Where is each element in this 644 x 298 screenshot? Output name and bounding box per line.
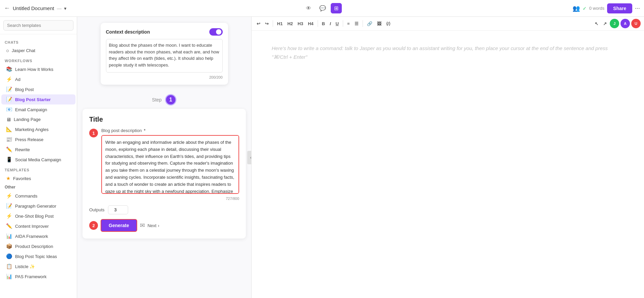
generate-button[interactable]: Generate bbox=[101, 219, 137, 232]
sidebar-item-label: PAS Framework bbox=[15, 274, 71, 279]
outputs-label: Outputs bbox=[89, 207, 105, 212]
top-bar-left: ← Untitled Document — ▾ bbox=[4, 5, 300, 12]
share-button[interactable]: Share bbox=[607, 3, 632, 13]
toolbar-divider-2 bbox=[318, 20, 318, 27]
sidebar-item-marketing-angles[interactable]: 📐 Marketing Angles bbox=[1, 124, 75, 134]
aida-icon: 📊 bbox=[6, 233, 12, 239]
italic-button[interactable]: I bbox=[328, 20, 333, 28]
h3-button[interactable]: H3 bbox=[296, 20, 305, 28]
email-icon[interactable]: ✉ bbox=[140, 222, 145, 229]
arrow-right-button[interactable]: ↗ bbox=[601, 20, 608, 28]
pas-icon: 📊 bbox=[6, 273, 12, 280]
underline-button[interactable]: U bbox=[334, 20, 340, 28]
redo-button[interactable]: ↪ bbox=[263, 20, 270, 28]
undo-button[interactable]: ↩ bbox=[255, 20, 262, 28]
main-form-card: Title 1 Blog post description* 727/800 O… bbox=[83, 109, 246, 239]
sidebar-item-email-campaign[interactable]: 📧 Email Campaign bbox=[1, 104, 75, 115]
sidebar-item-one-shot-blog-post[interactable]: ⚡ One-Shot Blog Post bbox=[1, 211, 75, 221]
sidebar-item-label: Product Description bbox=[15, 244, 71, 249]
sidebar-item-rewrite[interactable]: ✏️ Rewrite bbox=[1, 144, 75, 155]
context-textarea[interactable] bbox=[106, 39, 223, 73]
bold-button[interactable]: B bbox=[320, 20, 327, 28]
next-button[interactable]: Next › bbox=[148, 223, 159, 228]
top-bar-right: 👥 ✓ 0 words Share ··· bbox=[344, 3, 640, 13]
landing-page-icon: 🖥 bbox=[6, 117, 11, 122]
center-panel: Context description 200/200 Step 1 Title… bbox=[77, 17, 252, 298]
view-eye-button[interactable]: 👁 bbox=[303, 3, 315, 13]
sidebar-item-press-release[interactable]: 📰 Press Release bbox=[1, 134, 75, 144]
more-options-button[interactable]: ··· bbox=[635, 5, 640, 12]
sidebar-item-label: AIDA Framework bbox=[15, 234, 71, 239]
sidebar-item-social-media-campaign[interactable]: 📱 Social Media Campaign bbox=[1, 155, 75, 165]
bullet-list-button[interactable]: ☰ bbox=[353, 20, 360, 28]
toolbar-divider-1 bbox=[273, 20, 273, 27]
sidebar-item-content-improver[interactable]: ✏️ Content Improver bbox=[1, 221, 75, 231]
users-icon: 👥 bbox=[573, 5, 580, 12]
words-count: 0 words bbox=[589, 6, 605, 11]
card-title: Title bbox=[89, 116, 239, 123]
context-char-count: 200/200 bbox=[106, 75, 223, 79]
editor-panel: ↩ ↪ H1 H2 H3 H4 B I U ≡ ☰ 🔗 🖼 ⟨/⟩ ↖ ↗ J … bbox=[252, 17, 644, 298]
view-grid-button[interactable]: ⊞ bbox=[331, 3, 342, 13]
sidebar-item-learn-how-it-works[interactable]: 📚 Learn How It Works bbox=[1, 64, 75, 74]
h4-button[interactable]: H4 bbox=[306, 20, 315, 28]
sidebar-item-label: Social Media Campaign bbox=[15, 157, 71, 162]
sidebar-item-landing-page[interactable]: 🖥 Landing Page bbox=[1, 115, 75, 124]
next-label: Next bbox=[148, 223, 157, 228]
sidebar-item-blog-post[interactable]: 📝 Blog Post bbox=[1, 84, 75, 94]
sidebar-item-aida-framework[interactable]: 📊 AIDA Framework bbox=[1, 231, 75, 241]
sidebar-item-label: Rewrite bbox=[15, 147, 71, 152]
sidebar-item-label: Paragraph Generator bbox=[15, 204, 71, 209]
link-button[interactable]: 🔗 bbox=[365, 20, 374, 28]
step-label: Step bbox=[152, 97, 162, 102]
sidebar-item-favorites[interactable]: ★ Favorites bbox=[1, 173, 75, 183]
image-button[interactable]: 🖼 bbox=[375, 20, 383, 28]
field-required-mark: * bbox=[144, 128, 146, 133]
sidebar-item-blog-post-starter[interactable]: 📝 Blog Post Starter bbox=[1, 94, 75, 104]
editor-toolbar: ↩ ↪ H1 H2 H3 H4 B I U ≡ ☰ 🔗 🖼 ⟨/⟩ ↖ ↗ J … bbox=[252, 17, 644, 31]
sidebar-item-ad[interactable]: ⚡ Ad bbox=[1, 74, 75, 84]
press-release-icon: 📰 bbox=[6, 136, 12, 142]
sidebar: CHATS ○ Jasper Chat WORKFLOWS 📚 Learn Ho… bbox=[0, 17, 77, 298]
sidebar-item-label: Landing Page bbox=[14, 117, 71, 122]
back-button[interactable]: ← bbox=[4, 5, 10, 12]
blog-description-textarea[interactable] bbox=[101, 135, 239, 194]
top-bar: ← Untitled Document — ▾ 👁 💬 ⊞ 👥 ✓ 0 word… bbox=[0, 0, 644, 17]
avatar-red: U bbox=[631, 19, 641, 28]
chat-icon: ○ bbox=[6, 48, 9, 53]
sidebar-item-listicle[interactable]: 📋 Listicle ✨ bbox=[1, 261, 75, 271]
sidebar-item-label: Commands bbox=[15, 194, 71, 199]
email-icon: 📧 bbox=[6, 107, 12, 113]
context-card: Context description 200/200 bbox=[101, 23, 228, 85]
workflows-section-label: WORKFLOWS bbox=[0, 55, 77, 64]
outputs-input[interactable] bbox=[108, 205, 128, 214]
editor-content[interactable]: Here's how to write a command: talk to J… bbox=[252, 31, 644, 298]
code-button[interactable]: ⟨/⟩ bbox=[384, 20, 392, 28]
step-badge-1: 1 bbox=[89, 129, 98, 137]
arrow-left-button[interactable]: ↖ bbox=[593, 20, 600, 28]
toolbar-divider-4 bbox=[363, 20, 363, 27]
h2-button[interactable]: H2 bbox=[286, 20, 295, 28]
sidebar-item-label: One-Shot Blog Post bbox=[15, 214, 71, 219]
sidebar-item-commands[interactable]: ⚡ Commands bbox=[1, 191, 75, 201]
field-label: Blog post description* bbox=[101, 128, 239, 133]
collapse-panel-button[interactable]: « bbox=[247, 151, 252, 164]
sidebar-item-paragraph-generator[interactable]: 📝 Paragraph Generator bbox=[1, 201, 75, 211]
sidebar-item-jasper-chat[interactable]: ○ Jasper Chat bbox=[1, 46, 75, 55]
doc-dropdown-button[interactable]: ▾ bbox=[64, 6, 66, 11]
ordered-list-button[interactable]: ≡ bbox=[345, 20, 352, 28]
doc-dash: — bbox=[57, 6, 61, 11]
context-toggle[interactable] bbox=[209, 28, 223, 36]
sidebar-item-pas-framework[interactable]: 📊 PAS Framework bbox=[1, 271, 75, 282]
sidebar-item-blog-post-topic-ideas[interactable]: 🔵 Blog Post Topic Ideas bbox=[1, 251, 75, 261]
view-chat-button[interactable]: 💬 bbox=[316, 3, 329, 13]
commands-icon: ⚡ bbox=[6, 193, 12, 199]
search-input[interactable] bbox=[3, 20, 73, 31]
learn-icon: 📚 bbox=[6, 66, 12, 72]
sidebar-item-label: Learn How It Works bbox=[15, 67, 71, 72]
sidebar-item-product-description[interactable]: 📦 Product Description bbox=[1, 241, 75, 251]
sidebar-item-label: Blog Post bbox=[15, 87, 71, 92]
sidebar-item-label: Blog Post Starter bbox=[15, 97, 71, 102]
h1-button[interactable]: H1 bbox=[275, 20, 284, 28]
sidebar-item-label: Content Improver bbox=[15, 224, 71, 229]
